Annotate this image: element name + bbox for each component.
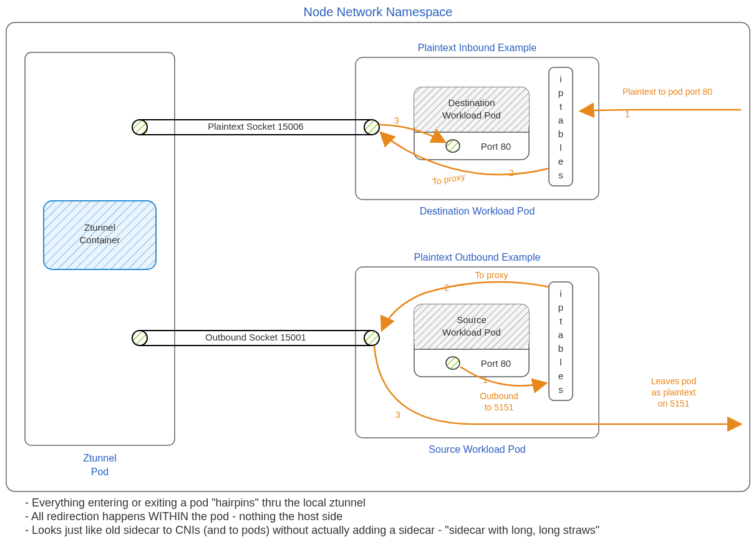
- source-step1: 1: [483, 375, 488, 385]
- dest-arrow-external: [580, 110, 741, 111]
- svg-text:p: p: [558, 87, 563, 98]
- outbound-socket-label: Outbound Socket 15001: [205, 332, 306, 342]
- svg-text:b: b: [558, 128, 563, 139]
- source-arrow-outbound: [460, 367, 546, 385]
- svg-text:a: a: [558, 329, 564, 340]
- diagram: Node Network Namespace Ztunnel Pod Ztunn…: [0, 0, 756, 542]
- source-outbound-label-1: Outbound: [480, 391, 518, 401]
- footer-line-2: - All redirection happens WITHIN the pod…: [25, 510, 342, 523]
- svg-text:b: b: [558, 343, 563, 354]
- footer-line-3: - Looks just like old sidecar to CNIs (a…: [25, 524, 599, 536]
- dest-to-proxy-label: To proxy: [432, 172, 466, 187]
- dest-example-label: Plaintext Inbound Example: [418, 42, 536, 53]
- dest-workload-name-2: Workload Pod: [442, 110, 501, 120]
- ztunnel-container-label-1: Ztunnel: [84, 222, 115, 233]
- dest-step3: 3: [394, 115, 399, 125]
- dest-port-icon: [446, 140, 460, 152]
- dest-port-label: Port 80: [481, 141, 511, 152]
- svg-text:s: s: [558, 384, 563, 395]
- svg-text:l: l: [560, 142, 561, 153]
- svg-text:e: e: [558, 156, 563, 167]
- svg-point-31: [364, 331, 379, 346]
- dest-workload-name-1: Destination: [448, 97, 495, 108]
- source-leaves-label-2: as plaintext: [652, 387, 696, 397]
- ztunnel-pod-label-2: Pod: [91, 467, 109, 477]
- svg-text:l: l: [560, 357, 561, 367]
- source-step2: 2: [444, 283, 449, 293]
- svg-point-30: [132, 331, 147, 346]
- svg-text:i: i: [560, 74, 561, 84]
- source-leaves-label-3: on 5151: [658, 399, 690, 409]
- source-leaves-label-1: Leaves pod: [651, 376, 696, 386]
- inbound-socket-label: Plaintext Socket 15006: [208, 121, 303, 132]
- svg-text:s: s: [558, 170, 563, 180]
- source-port-icon: [446, 357, 460, 369]
- dest-arrow-external-label: Plaintext to pod port 80: [623, 87, 712, 97]
- source-workload-name-2: Workload Pod: [442, 327, 501, 337]
- dest-pod-caption: Destination Workload Pod: [420, 206, 535, 216]
- source-iptables-box: [549, 282, 573, 400]
- source-outbound-label-2: to 5151: [485, 402, 514, 412]
- source-to-proxy-label: To proxy: [475, 270, 508, 280]
- source-step3: 3: [395, 410, 400, 420]
- svg-point-17: [132, 120, 147, 135]
- dest-step1: 1: [625, 109, 630, 119]
- source-example-label: Plaintext Outbound Example: [414, 252, 541, 263]
- svg-point-18: [364, 120, 379, 135]
- svg-text:e: e: [558, 370, 563, 381]
- svg-text:p: p: [558, 302, 563, 312]
- dest-arrow-to-proxy: [380, 132, 549, 175]
- source-workload-name-1: Source: [457, 314, 487, 325]
- dest-step2: 2: [509, 168, 514, 178]
- source-pod-caption: Source Workload Pod: [429, 444, 525, 455]
- ztunnel-container-label-2: Container: [79, 235, 120, 245]
- svg-text:a: a: [558, 115, 564, 125]
- source-port-label: Port 80: [481, 358, 511, 369]
- footer-line-1: - Everything entering or exiting a pod "…: [25, 496, 366, 509]
- namespace-title: Node Network Namespace: [304, 5, 453, 19]
- ztunnel-pod-label-1: Ztunnel: [83, 453, 116, 463]
- dest-iptables-box: [549, 67, 573, 186]
- svg-text:i: i: [560, 288, 561, 299]
